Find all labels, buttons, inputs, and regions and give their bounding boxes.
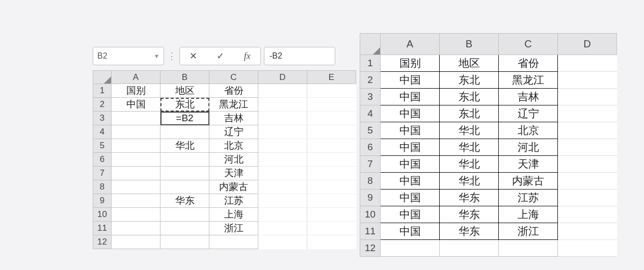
- cell-D5[interactable]: [258, 139, 307, 153]
- cell-A9[interactable]: 中国: [381, 190, 440, 206]
- row-header[interactable]: 5: [360, 122, 381, 139]
- drag-handle-icon[interactable]: ⋮: [167, 51, 176, 61]
- cell-A10[interactable]: [112, 208, 160, 222]
- cancel-icon[interactable]: ✕: [190, 50, 197, 62]
- cell-A4[interactable]: [112, 125, 160, 139]
- cell-A11[interactable]: [112, 222, 160, 235]
- row-header[interactable]: 11: [360, 223, 381, 240]
- row-header[interactable]: 8: [93, 180, 112, 194]
- cell-B9[interactable]: 华东: [440, 190, 499, 206]
- cell-C9[interactable]: 江苏: [209, 194, 258, 208]
- row-header[interactable]: 5: [93, 139, 112, 153]
- fx-icon[interactable]: fx: [244, 51, 251, 62]
- cell-E10[interactable]: [307, 208, 356, 222]
- cell-E2[interactable]: [307, 98, 356, 112]
- confirm-icon[interactable]: ✓: [217, 50, 224, 62]
- right-grid[interactable]: A B C D 1国别地区省份2中国东北黑龙江3中国东北吉林4中国东北辽宁5中国…: [360, 33, 617, 257]
- cell-E8[interactable]: [307, 180, 356, 194]
- cell-C4[interactable]: 辽宁: [499, 105, 558, 122]
- cell-A5[interactable]: 中国: [381, 122, 440, 139]
- cell-D9[interactable]: [558, 190, 617, 206]
- cell-C3[interactable]: 吉林: [209, 112, 258, 125]
- row-header[interactable]: 6: [360, 139, 381, 156]
- cell-A2[interactable]: 中国: [112, 98, 160, 112]
- cell-A3[interactable]: 中国: [381, 89, 440, 105]
- row-header[interactable]: 7: [360, 156, 381, 173]
- cell-C7[interactable]: 天津: [499, 156, 558, 173]
- cell-C11[interactable]: 浙江: [209, 222, 258, 235]
- cell-A9[interactable]: [112, 194, 160, 208]
- cell-B12[interactable]: [160, 235, 209, 249]
- cell-D11[interactable]: [558, 223, 617, 240]
- cell-A11[interactable]: 中国: [381, 223, 440, 240]
- cell-C8[interactable]: 内蒙古: [499, 173, 558, 190]
- cell-A8[interactable]: [112, 180, 160, 194]
- cell-A3[interactable]: [112, 112, 160, 125]
- cell-D1[interactable]: [258, 84, 307, 98]
- row-header[interactable]: 9: [360, 190, 381, 206]
- cell-B8[interactable]: 华北: [440, 173, 499, 190]
- cell-B12[interactable]: [440, 240, 499, 257]
- cell-B7[interactable]: 华北: [440, 156, 499, 173]
- col-header-a[interactable]: A: [381, 34, 440, 55]
- cell-B3[interactable]: =B2: [160, 112, 209, 125]
- cell-A5[interactable]: [112, 139, 160, 153]
- cell-B2[interactable]: 东北: [160, 98, 209, 112]
- cell-E9[interactable]: [307, 194, 356, 208]
- cell-E3[interactable]: [307, 112, 356, 125]
- cell-D4[interactable]: [558, 105, 617, 122]
- cell-D7[interactable]: [258, 167, 307, 180]
- cell-D11[interactable]: [258, 222, 307, 235]
- cell-D9[interactable]: [258, 194, 307, 208]
- cell-A12[interactable]: [112, 235, 160, 249]
- cell-D3[interactable]: [258, 112, 307, 125]
- cell-B10[interactable]: [160, 208, 209, 222]
- col-header-d[interactable]: D: [258, 71, 307, 84]
- row-header[interactable]: 11: [93, 222, 112, 235]
- cell-E1[interactable]: [307, 84, 356, 98]
- formula-input[interactable]: -B2: [264, 47, 335, 65]
- cell-D6[interactable]: [258, 153, 307, 167]
- cell-E12[interactable]: [307, 235, 356, 249]
- cell-C1[interactable]: 省份: [209, 84, 258, 98]
- row-header[interactable]: 4: [360, 105, 381, 122]
- cell-C11[interactable]: 浙江: [499, 223, 558, 240]
- cell-D8[interactable]: [558, 173, 617, 190]
- row-header[interactable]: 4: [93, 125, 112, 139]
- cell-D12[interactable]: [258, 235, 307, 249]
- cell-D6[interactable]: [558, 139, 617, 156]
- cell-A6[interactable]: 中国: [381, 139, 440, 156]
- cell-D5[interactable]: [558, 122, 617, 139]
- name-box[interactable]: B2 ▼: [93, 47, 164, 65]
- cell-A10[interactable]: 中国: [381, 206, 440, 223]
- cell-B8[interactable]: [160, 180, 209, 194]
- cell-A8[interactable]: 中国: [381, 173, 440, 190]
- cell-A6[interactable]: [112, 153, 160, 167]
- cell-B5[interactable]: 华北: [440, 122, 499, 139]
- cell-B6[interactable]: 华北: [440, 139, 499, 156]
- col-header-a[interactable]: A: [112, 71, 160, 84]
- cell-D8[interactable]: [258, 180, 307, 194]
- cell-D4[interactable]: [258, 125, 307, 139]
- col-header-d[interactable]: D: [558, 34, 617, 55]
- cell-B7[interactable]: [160, 167, 209, 180]
- row-header[interactable]: 3: [93, 112, 112, 125]
- select-all-corner[interactable]: [360, 34, 381, 55]
- cell-C7[interactable]: 天津: [209, 167, 258, 180]
- cell-C9[interactable]: 江苏: [499, 190, 558, 206]
- cell-D1[interactable]: [558, 55, 617, 72]
- cell-D10[interactable]: [558, 206, 617, 223]
- cell-B1[interactable]: 地区: [440, 55, 499, 72]
- row-header[interactable]: 6: [93, 153, 112, 167]
- cell-E7[interactable]: [307, 167, 356, 180]
- cell-B4[interactable]: [160, 125, 209, 139]
- col-header-b[interactable]: B: [440, 34, 499, 55]
- cell-A4[interactable]: 中国: [381, 105, 440, 122]
- cell-A2[interactable]: 中国: [381, 72, 440, 89]
- cell-B2[interactable]: 东北: [440, 72, 499, 89]
- col-header-c[interactable]: C: [209, 71, 258, 84]
- col-header-c[interactable]: C: [499, 34, 558, 55]
- cell-C2[interactable]: 黑龙江: [499, 72, 558, 89]
- cell-C12[interactable]: [209, 235, 258, 249]
- cell-D3[interactable]: [558, 89, 617, 105]
